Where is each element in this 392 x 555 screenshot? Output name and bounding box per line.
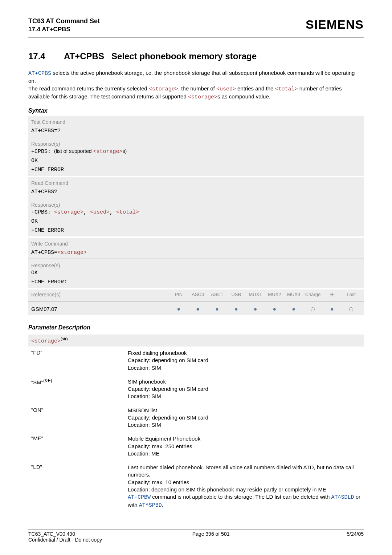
- param-key-fd: "FD": [28, 347, 125, 375]
- on-l3: Location: SIM: [128, 422, 161, 428]
- test-ok: OK: [28, 156, 364, 165]
- dot-icon: ●: [292, 306, 295, 312]
- param-storage: <storage>: [31, 338, 61, 344]
- ref-h-pin: PIN: [169, 292, 188, 297]
- footer-right: 5/24/05: [347, 531, 364, 537]
- ref-h-asc1: ASC1: [208, 292, 227, 297]
- section-heading: 17.4 AT+CPBS Select phonebook memory sto…: [28, 51, 364, 61]
- me-l1: Mobile Equipment Phonebook: [128, 436, 200, 442]
- ld-l4c: .: [162, 502, 163, 508]
- intro-p1: selects the active phonebook storage, i.…: [28, 70, 355, 84]
- test-command-header: Test Command: [28, 116, 364, 126]
- ref-h-charge: Charge: [303, 292, 323, 297]
- dot-open-icon: [311, 307, 315, 311]
- section-number: 17.4: [28, 51, 64, 61]
- on-l1: MSISDN list: [128, 407, 157, 413]
- intro-p2b: , the number of: [178, 85, 216, 92]
- header-rule: [28, 37, 364, 38]
- footer-confidential: Confidential / Draft - Do not copy: [28, 537, 364, 543]
- ld-l3: Location: depending on SIM this phoneboo…: [128, 486, 326, 493]
- test-command-panel: Test Command AT+CPBS=? Response(s) +CPBS…: [28, 116, 364, 176]
- sm-l1: SIM phonebook: [128, 378, 166, 385]
- read-ok: OK: [28, 217, 364, 226]
- sm-key: "SM": [31, 379, 43, 385]
- ref-h-last: Last: [342, 292, 361, 297]
- param-table: "FD" Fixed dialing phonebook Capacity: d…: [28, 347, 364, 513]
- me-l2: Capacity: max. 250 entries: [128, 443, 192, 449]
- intro-storage2: <storage>: [188, 94, 217, 100]
- reference-header-row: Reference(s) PIN ASC0 ASC1 USB MUX1 MUX2…: [28, 289, 364, 300]
- test-resp-storage: <storage>: [93, 149, 122, 155]
- param-desc-me: Mobile Equipment Phonebook Capacity: max…: [125, 432, 364, 461]
- param-key-sm: "SM"(&F): [28, 375, 125, 404]
- write-cme: +CME ERROR:: [28, 278, 364, 288]
- read-response-line: +CPBS: <storage>, <used>, <total>: [28, 208, 364, 217]
- ref-h-airplane-icon: ✈: [322, 292, 342, 297]
- ld-l2: Capacity: max. 10 entries: [128, 479, 189, 485]
- ref-h-usb: USB: [226, 292, 246, 297]
- read-resp-used: <used>: [90, 209, 110, 215]
- fd-l1: Fixed dialing phonebook: [128, 350, 187, 356]
- footer-left: TC63_ATC_V00.490: [28, 531, 75, 537]
- me-l3: Location: ME: [128, 450, 160, 457]
- dot-icon: ●: [254, 306, 257, 312]
- param-storage-tag: <storage>(str): [28, 335, 364, 347]
- ld-l4a: command is not applicable to this storag…: [151, 494, 331, 500]
- write-command-panel: Write Command AT+CPBS=<storage> Response…: [28, 238, 364, 288]
- sm-l2: Capacity: depending on SIM card: [128, 386, 208, 392]
- test-resp-txt2: s): [122, 148, 127, 154]
- intro-cmd: AT+CPBS: [28, 70, 51, 77]
- param-description-heading: Parameter Description: [28, 324, 364, 331]
- section-title-cmd: AT+CPBS: [64, 51, 104, 61]
- param-desc-fd: Fixed dialing phonebook Capacity: depend…: [125, 347, 364, 375]
- ld-cpbw: AT+CPBW: [128, 494, 151, 501]
- table-row: "ME" Mobile Equipment Phonebook Capacity…: [28, 432, 364, 461]
- doc-subtitle: 17.4 AT+CPBS: [28, 26, 100, 33]
- divider: [28, 137, 364, 137]
- sep: ,: [83, 209, 90, 215]
- on-l2: Capacity: depending on SIM card: [128, 414, 208, 421]
- param-storage-sup: (str): [61, 337, 68, 341]
- dot-open-icon: [349, 307, 353, 311]
- divider: [28, 259, 364, 259]
- reference-gsm: GSM07.07: [31, 306, 169, 312]
- sep: ,: [110, 209, 116, 215]
- dot-icon: ●: [177, 306, 181, 312]
- read-resp-storage: <storage>: [54, 209, 83, 215]
- siemens-logo: SIEMENS: [306, 17, 364, 32]
- read-command-panel: Read Command AT+CPBS? Response(s) +CPBS:…: [28, 177, 364, 236]
- syntax-heading: Syntax: [28, 108, 364, 114]
- footer-center: Page 396 of 501: [192, 531, 230, 537]
- fd-l3: Location: SIM: [128, 365, 161, 371]
- test-cme: +CME ERROR: [28, 165, 364, 176]
- write-ok: OK: [28, 268, 364, 278]
- doc-title: TC63 AT Command Set: [28, 17, 100, 25]
- write-cmd-pre: AT+CPBS=: [31, 250, 57, 256]
- sm-l3: Location: SIM: [128, 393, 161, 399]
- reference-value-row: GSM07.07 ● ● ● ● ● ● ● ●: [28, 303, 364, 315]
- param-desc-on: MSISDN list Capacity: depending on SIM c…: [125, 404, 364, 433]
- dot-icon: ●: [273, 306, 277, 312]
- write-cmd-arg: <storage>: [57, 250, 87, 256]
- sm-sup: (&F): [43, 378, 52, 383]
- table-row: "SM"(&F) SIM phonebook Capacity: dependi…: [28, 375, 364, 404]
- reference-panel: Reference(s) PIN ASC0 ASC1 USB MUX1 MUX2…: [28, 289, 364, 315]
- divider: [28, 198, 364, 198]
- param-desc-ld: Last number dialed phonebook. Stores all…: [125, 461, 364, 513]
- dot-icon: ●: [196, 306, 200, 312]
- table-row: "ON" MSISDN list Capacity: depending on …: [28, 404, 364, 433]
- test-command-value: AT+CPBS=?: [28, 126, 364, 135]
- ld-sdld: AT^SDLD: [331, 494, 354, 501]
- read-resp-pre: +CPBS:: [31, 209, 54, 215]
- intro-p2a: The read command returns the currently s…: [28, 85, 149, 92]
- intro-paragraph: AT+CPBS selects the active phonebook sto…: [28, 69, 364, 101]
- read-resp-total: <total>: [116, 209, 139, 215]
- ref-h-mux2: MUX2: [265, 292, 284, 297]
- test-resp-txt: (list of supported: [54, 148, 93, 154]
- param-key-ld: "LD": [28, 461, 125, 513]
- fd-l2: Capacity: depending on SIM card: [128, 357, 208, 363]
- test-resp-cpbs: +CPBS:: [31, 149, 54, 155]
- read-response-label: Response(s): [28, 200, 364, 208]
- dot-icon: ●: [330, 306, 334, 312]
- dot-icon: ●: [215, 306, 219, 312]
